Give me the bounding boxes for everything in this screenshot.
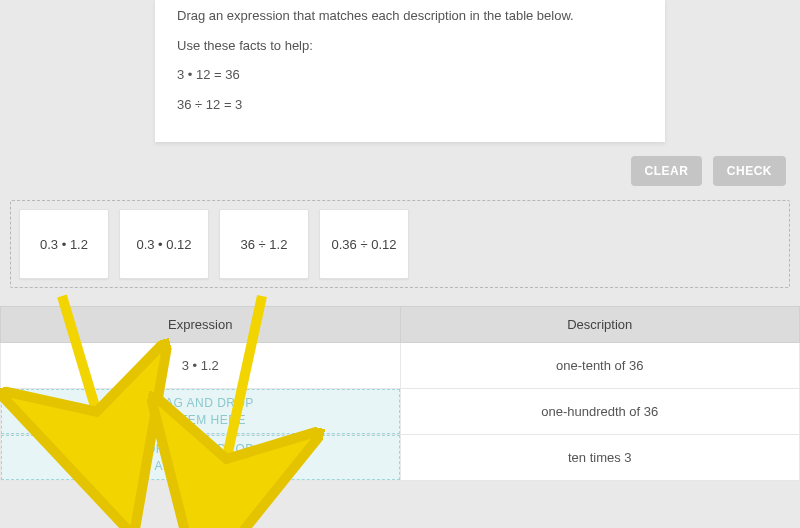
- description-cell: one-hundredth of 36: [400, 389, 800, 435]
- expression-tile[interactable]: 0.3 • 0.12: [119, 209, 209, 279]
- instruction-line-1: Drag an expression that matches each des…: [177, 6, 643, 26]
- description-cell: one-tenth of 36: [400, 343, 800, 389]
- dropzone-label: DRAG AND DROPAN ITEM HERE: [1, 435, 400, 480]
- expression-tile[interactable]: 0.3 • 1.2: [19, 209, 109, 279]
- expression-tile[interactable]: 36 ÷ 1.2: [219, 209, 309, 279]
- description-cell: ten times 3: [400, 435, 800, 481]
- expression-dropzone[interactable]: DRAG AND DROPAN ITEM HERE: [1, 389, 401, 435]
- action-button-row: CLEAR CHECK: [0, 142, 800, 196]
- clear-button[interactable]: CLEAR: [631, 156, 703, 186]
- expression-tile[interactable]: 0.36 ÷ 0.12: [319, 209, 409, 279]
- table-row: 3 • 1.2 one-tenth of 36: [1, 343, 800, 389]
- header-expression: Expression: [1, 307, 401, 343]
- dropzone-label: DRAG AND DROPAN ITEM HERE: [1, 389, 400, 434]
- answer-table: Expression Description 3 • 1.2 one-tenth…: [0, 306, 800, 481]
- expression-dropzone[interactable]: DRAG AND DROPAN ITEM HERE: [1, 435, 401, 481]
- instruction-card: Drag an expression that matches each des…: [155, 0, 665, 142]
- check-button[interactable]: CHECK: [713, 156, 786, 186]
- table-row: DRAG AND DROPAN ITEM HERE ten times 3: [1, 435, 800, 481]
- fact-1: 3 • 12 = 36: [177, 65, 643, 85]
- expression-cell: 3 • 1.2: [1, 343, 401, 389]
- table-row: DRAG AND DROPAN ITEM HERE one-hundredth …: [1, 389, 800, 435]
- header-description: Description: [400, 307, 800, 343]
- instruction-line-2: Use these facts to help:: [177, 36, 643, 56]
- expression-tile-tray: 0.3 • 1.2 0.3 • 0.12 36 ÷ 1.2 0.36 ÷ 0.1…: [10, 200, 790, 288]
- fact-2: 36 ÷ 12 = 3: [177, 95, 643, 115]
